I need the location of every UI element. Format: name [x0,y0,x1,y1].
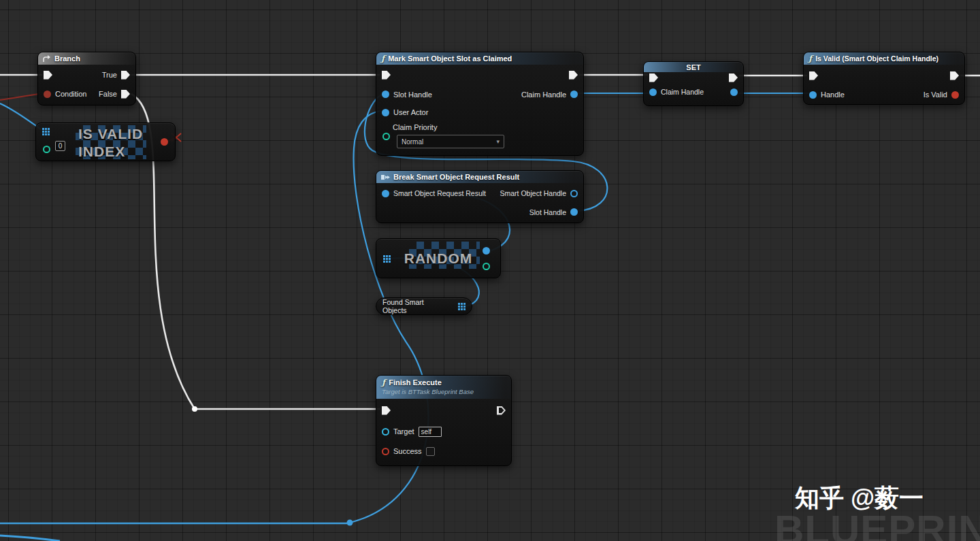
pin-label-claim-priority: Claim Priority [393,123,437,131]
node-set-claim-handle[interactable]: SET Claim Handle [643,61,744,106]
slot-handle-out-pin[interactable] [570,208,578,216]
node-title: Break Smart Object Request Result [393,173,519,181]
array-input-pin[interactable] [42,128,50,135]
index-default-value: 0 [59,142,63,150]
node-title: SET [686,63,700,71]
pin-label-slot-handle: Slot Handle [529,208,566,216]
blueprint-watermark: BLUEPRINT [774,506,980,541]
claim-handle-in-pin[interactable] [649,88,657,96]
node-title: RANDOM [376,250,500,267]
exec-out-pin[interactable] [497,406,506,415]
pin-label-false: False [99,90,117,98]
target-input[interactable] [419,427,442,437]
condition-pin[interactable] [44,91,51,98]
request-result-in-pin[interactable] [382,190,389,197]
pin-label-slot-handle: Slot Handle [393,91,432,99]
slot-handle-pin[interactable] [382,91,389,98]
claim-priority-dropdown[interactable]: Normal ▾ [397,135,504,148]
exec-in-pin[interactable] [649,73,658,82]
break-struct-icon [381,174,390,181]
exec-true-pin[interactable] [121,71,130,80]
branch-icon [43,54,51,63]
node-random[interactable]: RANDOM [376,238,501,278]
function-icon: ƒ [381,54,385,63]
data-wire-corner-stub[interactable] [0,536,60,541]
node-branch-titlebar[interactable]: Branch [38,52,135,65]
pin-label-smart-object-handle: Smart Object Handle [500,189,566,197]
node-title: IS VALID INDEX [78,125,143,161]
node-mark-smart-object[interactable]: ƒ Mark Smart Object Slot as Claimed Slot… [376,52,584,156]
exec-out-pin[interactable] [569,71,578,80]
pin-label-request-result: Smart Object Request Result [393,189,486,197]
node-set-titlebar[interactable]: SET [644,62,743,72]
exec-out-pin[interactable] [729,73,738,82]
smart-object-handle-pin[interactable] [570,190,578,197]
target-pin[interactable] [382,428,389,436]
blueprint-graph-canvas[interactable]: { "colors": { "exec_wire": "#e8e8e8", "d… [0,0,980,541]
pin-label-true: True [102,71,117,79]
is-valid-pin[interactable] [951,91,959,99]
value-out-pin[interactable] [730,88,738,96]
exec-in-pin[interactable] [382,71,391,80]
node-mark-titlebar[interactable]: ƒ Mark Smart Object Slot as Claimed [376,52,583,65]
exec-false-pin[interactable] [121,90,130,99]
pin-label-claim-handle: Claim Handle [521,91,566,99]
function-icon: ƒ [808,54,812,63]
pin-label-condition: Condition [55,90,86,98]
node-title: Mark Smart Object Slot as Claimed [388,54,512,63]
data-wire-condition[interactable] [0,94,39,100]
exec-in-pin[interactable] [809,71,818,80]
node-found-smart-objects[interactable]: Found Smart Objects [376,297,472,315]
user-actor-pin[interactable] [382,109,389,116]
node-finish-titlebar[interactable]: ƒ Finish Execute Target is BTTask Bluepr… [376,376,511,399]
node-branch[interactable]: Branch True Condition False [37,52,136,105]
exec-out-pin[interactable] [950,71,959,80]
function-icon: ƒ [382,378,385,387]
variable-name: Found Smart Objects [382,298,448,314]
success-pin[interactable] [382,448,389,455]
data-wire-edge-to-array[interactable] [0,103,41,129]
node-break-request-result[interactable]: Break Smart Object Request Result Smart … [376,170,584,223]
pin-label-is-valid: Is Valid [924,91,947,99]
exec-in-pin[interactable] [382,406,391,415]
claim-priority-selected: Normal [402,138,423,146]
array-output-pin[interactable] [458,303,466,310]
claim-handle-pin[interactable] [570,91,578,98]
node-title: Is Valid (Smart Object Claim Handle) [815,54,938,63]
reroute-dot-white[interactable] [192,406,197,412]
node-finish-execute[interactable]: ƒ Finish Execute Target is BTTask Bluepr… [376,375,512,466]
exec-in-pin[interactable] [44,71,52,80]
node-break-titlebar[interactable]: Break Smart Object Request Result [376,171,583,183]
success-checkbox[interactable] [426,447,435,456]
node-subtitle: Target is BTTask Blueprint Base [382,388,506,395]
pin-label-target: Target [393,427,414,436]
handle-pin[interactable] [809,91,817,99]
pin-label-claim-handle: Claim Handle [661,88,704,96]
node-title: Finish Execute [389,378,442,387]
claim-priority-pin[interactable] [382,133,390,140]
node-isvalid-titlebar[interactable]: ƒ Is Valid (Smart Object Claim Handle) [804,52,964,65]
pin-label-user-actor: User Actor [393,108,428,116]
index-default-box[interactable]: 0 [55,141,65,151]
node-title: Branch [54,54,80,63]
chevron-down-icon: ▾ [496,138,500,145]
pin-label-success: Success [393,447,422,455]
result-pin[interactable] [161,138,168,146]
pin-label-handle: Handle [821,91,845,99]
index-pin[interactable] [43,146,50,153]
node-is-valid-claim-handle[interactable]: ƒ Is Valid (Smart Object Claim Handle) H… [803,52,965,105]
node-is-valid-index[interactable]: 0 IS VALID INDEX [35,122,176,161]
